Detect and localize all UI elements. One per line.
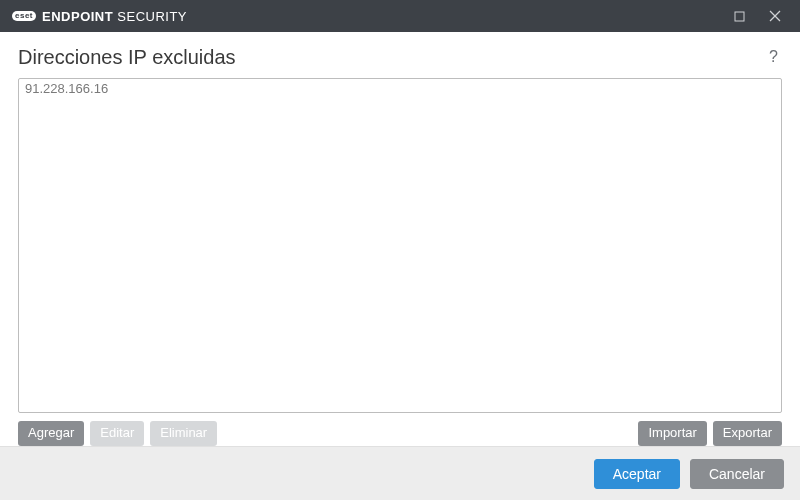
close-button[interactable] (758, 2, 792, 30)
svg-rect-0 (735, 12, 744, 21)
excluded-ip-listbox[interactable]: 91.228.166.16 (18, 78, 782, 413)
import-button[interactable]: Importar (638, 421, 706, 446)
brand-logo: eset (12, 11, 36, 21)
page-title: Direcciones IP excluidas (18, 46, 236, 69)
help-icon[interactable]: ? (765, 44, 782, 70)
cancel-button[interactable]: Cancelar (690, 459, 784, 489)
brand-name-light: SECURITY (117, 9, 187, 24)
edit-button: Editar (90, 421, 144, 446)
delete-button: Eliminar (150, 421, 217, 446)
titlebar: eset ENDPOINT SECURITY (0, 0, 800, 32)
brand-name-bold: ENDPOINT (42, 9, 113, 24)
header-row: Direcciones IP excluidas ? (18, 44, 782, 70)
add-button[interactable]: Agregar (18, 421, 84, 446)
maximize-button[interactable] (722, 2, 756, 30)
window-controls (722, 2, 792, 30)
footer: Aceptar Cancelar (0, 446, 800, 500)
content-area: Direcciones IP excluidas ? 91.228.166.16… (0, 32, 800, 446)
export-button[interactable]: Exportar (713, 421, 782, 446)
brand: eset ENDPOINT SECURITY (12, 9, 187, 24)
list-item[interactable]: 91.228.166.16 (19, 79, 781, 98)
list-toolbar: Agregar Editar Eliminar Importar Exporta… (18, 421, 782, 446)
accept-button[interactable]: Aceptar (594, 459, 680, 489)
